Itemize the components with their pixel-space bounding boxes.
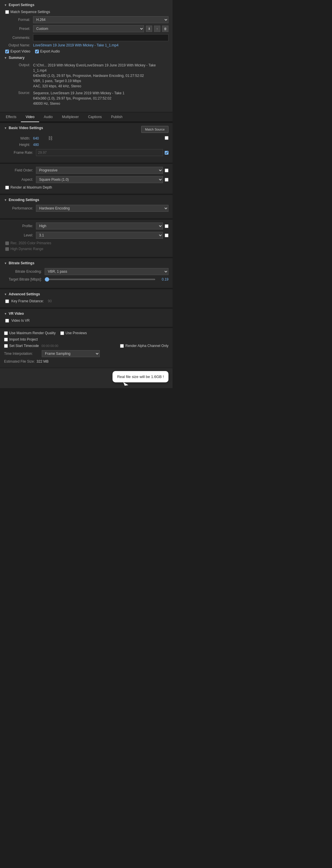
hdr-label: High Dynamic Range xyxy=(10,247,43,251)
preset-select[interactable]: Custom xyxy=(33,25,144,32)
frame-rate-checkbox[interactable] xyxy=(165,151,168,155)
frame-rate-row: Frame Rate: 29.97 xyxy=(4,149,168,156)
rec2020-label: Rec. 2020 Color Primaries xyxy=(10,241,51,245)
rec2020-checkbox[interactable] xyxy=(5,241,9,245)
comments-input[interactable] xyxy=(33,34,168,41)
tab-video[interactable]: Video xyxy=(21,112,39,122)
output-name-link[interactable]: LoveStream 19 June 2019 With Mickey - Ta… xyxy=(33,43,168,47)
import-project-label: Import Into Project xyxy=(9,337,38,341)
export-video-label: Export Video xyxy=(10,49,30,53)
preset-save-icon[interactable]: ⬇ xyxy=(146,26,152,32)
export-settings-title: Export Settings xyxy=(9,3,34,7)
import-project-row: Import Into Project xyxy=(4,337,168,341)
video-is-vr-checkbox[interactable] xyxy=(5,319,9,322)
bitrate-collapse-icon[interactable]: ▼ xyxy=(4,262,7,265)
summary-section: ▼ Summary Output: C:\Chri... 2019 With M… xyxy=(4,56,168,106)
profile-row: Profile: High xyxy=(4,222,168,229)
bitrate-value: 0.19 xyxy=(158,277,168,281)
field-order-label: Field Order: xyxy=(4,168,33,172)
aspect-checkbox[interactable] xyxy=(165,178,168,182)
import-project-item[interactable]: Import Into Project xyxy=(4,337,38,341)
render-alpha-checkbox[interactable] xyxy=(120,344,124,348)
bitrate-encoding-label: Bitrate Encoding: xyxy=(4,270,42,274)
use-max-render-checkbox[interactable] xyxy=(4,331,8,335)
match-source-button[interactable]: Match Source xyxy=(141,126,168,133)
width-match-checkbox[interactable] xyxy=(165,136,168,140)
level-label: Level: xyxy=(4,233,33,237)
level-select[interactable]: 3.1 xyxy=(36,232,163,239)
link-chain-icon: ⛓ xyxy=(48,136,53,141)
target-bitrate-row: Target Bitrate [Mbps]: 0.19 xyxy=(4,277,168,281)
bitrate-encoding-select[interactable]: VBR, 1 pass xyxy=(45,268,168,275)
preset-delete-icon[interactable]: 🗑 xyxy=(162,26,168,32)
tab-multiplexer[interactable]: Multiplexer xyxy=(58,112,84,122)
timecode-value: 00:00:00:00 xyxy=(41,344,58,347)
format-select[interactable]: H.264 xyxy=(33,16,168,23)
export-video-item[interactable]: Export Video xyxy=(5,49,30,53)
set-timecode-item[interactable]: Set Start Timecode 00:00:00:00 xyxy=(4,344,58,348)
field-order-row: Field Order: Progressive xyxy=(4,167,168,174)
vr-collapse-icon[interactable]: ▼ xyxy=(4,312,7,315)
aspect-select[interactable]: Square Pixels (1.0) xyxy=(36,176,163,183)
field-order-select[interactable]: Progressive xyxy=(36,167,163,174)
interpolation-row: Time Interpolation: Frame Sampling xyxy=(4,350,168,357)
render-max-label: Render at Maximum Depth xyxy=(10,185,52,189)
target-bitrate-label: Target Bitrate [Mbps]: xyxy=(4,277,42,281)
tab-publish[interactable]: Publish xyxy=(106,112,127,122)
width-label: Width: xyxy=(4,136,30,141)
output-summary-value: C:\Chri... 2019 With Mickey Eves\LoveStr… xyxy=(33,63,168,89)
tabs-bar: Effects Video Audio Multiplexer Captions… xyxy=(0,112,172,122)
use-previews-label: Use Previews xyxy=(66,331,87,335)
set-timecode-checkbox[interactable] xyxy=(4,344,8,348)
basic-video-collapse-icon[interactable]: ▼ xyxy=(4,126,7,130)
preset-import-icon[interactable]: ↑ xyxy=(154,26,160,32)
export-audio-item[interactable]: Export Audio xyxy=(35,49,60,53)
export-audio-checkbox[interactable] xyxy=(35,50,39,53)
file-size-row: Estimated File Size: 322 MB xyxy=(4,360,168,364)
match-sequence-checkbox[interactable] xyxy=(5,10,9,14)
export-video-checkbox[interactable] xyxy=(5,50,9,53)
vr-title: VR Video xyxy=(9,312,24,316)
match-sequence-checkbox-item[interactable]: Match Sequence Settings xyxy=(5,10,50,14)
profile-level-section: Profile: High Level: 3.1 Rec. 2020 Color… xyxy=(0,220,172,257)
vr-video-section: ▼ VR Video Video Is VR xyxy=(0,309,172,327)
level-checkbox[interactable] xyxy=(165,234,168,237)
profile-label: Profile: xyxy=(4,224,33,228)
summary-collapse-icon[interactable]: ▼ xyxy=(4,56,7,59)
use-max-render-item[interactable]: Use Maximum Render Quality xyxy=(4,331,56,335)
bitrate-title: Bitrate Settings xyxy=(9,261,34,265)
hdr-checkbox[interactable] xyxy=(5,247,9,251)
advanced-collapse-icon[interactable]: ▼ xyxy=(4,293,7,296)
render-alpha-item[interactable]: Render Alpha Channel Only xyxy=(120,344,168,348)
height-value[interactable]: 480 xyxy=(33,143,47,147)
field-order-checkbox[interactable] xyxy=(165,168,168,172)
collapse-arrow-icon[interactable]: ▼ xyxy=(4,3,7,7)
keyframe-checkbox[interactable] xyxy=(5,300,9,303)
profile-checkbox[interactable] xyxy=(165,224,168,228)
render-max-checkbox[interactable] xyxy=(5,186,9,189)
tab-effects[interactable]: Effects xyxy=(1,112,21,122)
encoding-collapse-icon[interactable]: ▼ xyxy=(4,198,7,202)
profile-select[interactable]: High xyxy=(36,222,163,229)
field-order-section: Field Order: Progressive Aspect: Square … xyxy=(0,164,172,193)
render-quality-row: Use Maximum Render Quality Use Previews xyxy=(4,331,168,335)
width-value[interactable]: 640 xyxy=(33,136,47,141)
import-project-checkbox[interactable] xyxy=(4,338,8,341)
level-row: Level: 3.1 xyxy=(4,232,168,239)
format-label: Format: xyxy=(4,18,30,22)
output-name-row: Output Name: LoveStream 19 June 2019 Wit… xyxy=(4,43,168,47)
tab-audio[interactable]: Audio xyxy=(39,112,58,122)
interpolation-select[interactable]: Frame Sampling xyxy=(42,350,100,357)
performance-select[interactable]: Hardware Encoding xyxy=(36,205,168,212)
frame-rate-value: 29.97 xyxy=(38,151,47,155)
use-previews-checkbox[interactable] xyxy=(60,331,64,335)
bitrate-slider[interactable] xyxy=(45,279,156,280)
summary-header: ▼ Summary xyxy=(4,56,168,60)
summary-title: Summary xyxy=(9,56,25,60)
render-alpha-label: Render Alpha Channel Only xyxy=(125,344,168,348)
use-previews-item[interactable]: Use Previews xyxy=(60,331,87,335)
field-order-select-row: Progressive xyxy=(36,167,168,174)
tab-captions[interactable]: Captions xyxy=(84,112,106,122)
bitrate-header: ▼ Bitrate Settings xyxy=(4,261,168,265)
source-summary-value: Sequence, LoveStream 19 June 2019 With M… xyxy=(33,91,168,106)
